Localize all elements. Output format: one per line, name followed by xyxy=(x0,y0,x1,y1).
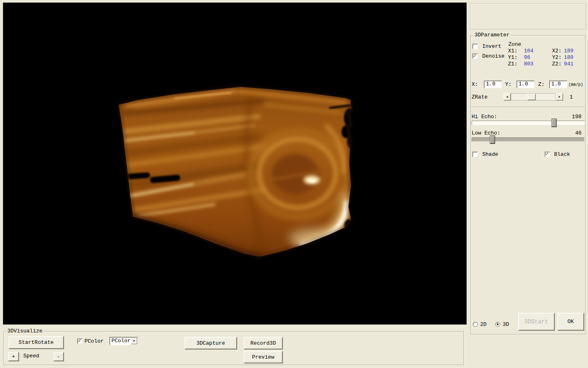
zrate-scrollbar[interactable]: ◄ ► xyxy=(503,93,563,101)
zone-x2-value: 189 xyxy=(564,48,573,54)
panel-separator xyxy=(470,107,586,108)
zone-x1-value: 104 xyxy=(524,48,533,54)
start-3d-button[interactable]: 3DStart xyxy=(518,313,555,330)
check-icon: ✓ xyxy=(546,151,548,157)
zone-title: Zone xyxy=(508,41,521,47)
zone-y2-label: Y2: xyxy=(552,54,561,61)
record-3d-button[interactable]: Record3D xyxy=(244,337,283,349)
voxel-y-label: Y: xyxy=(505,81,512,88)
ultrasound-volume-render[interactable] xyxy=(3,3,466,324)
pcolor-label: PColor xyxy=(85,338,104,344)
check-icon: ✓ xyxy=(78,338,81,344)
voxel-y-input[interactable]: 1.0 xyxy=(517,81,535,88)
pcolor-checkbox[interactable]: ✓ xyxy=(77,339,82,344)
zone-z2-label: Z2: xyxy=(552,61,561,67)
start-rotate-button[interactable]: StartRotate xyxy=(9,336,64,349)
invert-checkbox[interactable]: ✓ xyxy=(472,44,478,49)
zrate-label: ZRate xyxy=(472,94,488,100)
zone-z2-value: 941 xyxy=(564,61,573,67)
top-right-panel xyxy=(470,3,586,29)
mode-3d-radio[interactable] xyxy=(495,322,500,327)
black-checkbox[interactable]: ✓ xyxy=(545,152,550,157)
zone-y1-label: Y1: xyxy=(508,54,517,61)
scroll-right-icon[interactable]: ► xyxy=(556,93,563,101)
capture-3d-button[interactable]: 3DCapture xyxy=(185,337,237,349)
denoise-checkbox[interactable]: ✓ xyxy=(472,54,478,59)
shade-label: Shade xyxy=(482,151,498,157)
denoise-label: Denoise xyxy=(482,53,505,59)
speed-label: Speed xyxy=(23,353,39,359)
mode-2d-label: 2D xyxy=(480,321,487,328)
preview-button[interactable]: Preview xyxy=(244,351,283,363)
hi-echo-value: 198 xyxy=(564,114,581,120)
chevron-down-icon[interactable]: ▼ xyxy=(131,338,137,344)
speed-minus-button[interactable]: - xyxy=(53,352,64,361)
zrate-value: 1 xyxy=(570,94,573,100)
parameter-groupbox: 3DParameter xyxy=(470,35,586,334)
mode-3d-label: 3D xyxy=(503,321,509,328)
mode-2d-radio[interactable] xyxy=(473,322,478,327)
zrate-thumb[interactable] xyxy=(528,94,536,100)
low-echo-slider[interactable] xyxy=(472,137,585,142)
zone-z1-label: Z1: xyxy=(508,61,517,67)
shade-checkbox[interactable]: ✓ xyxy=(472,152,478,157)
voxel-x-label: X: xyxy=(472,81,478,88)
check-icon: ✓ xyxy=(473,53,476,59)
voxel-unit-label: (mm/p) xyxy=(568,82,583,88)
low-echo-value: 46 xyxy=(564,130,581,136)
parameter-group-title: 3DParameter xyxy=(473,32,511,38)
voxel-x-input[interactable]: 1.0 xyxy=(484,81,502,88)
pcolor-dropdown[interactable]: PColor ▼ xyxy=(109,337,138,345)
voxel-z-input[interactable]: 1.0 xyxy=(549,81,567,88)
hi-echo-label: Hi Echo: xyxy=(472,114,497,120)
zone-x1-label: X1: xyxy=(508,48,517,54)
zrate-track[interactable] xyxy=(511,93,556,101)
ok-button[interactable]: OK xyxy=(557,313,584,330)
zone-y1-value: 96 xyxy=(524,54,530,61)
black-label: Black xyxy=(554,151,570,157)
low-echo-thumb[interactable] xyxy=(490,136,494,144)
application-window: 3DParameter ✓ Invert ✓ Denoise Zone X1: … xyxy=(0,0,588,368)
render-viewport[interactable] xyxy=(3,2,467,325)
hi-echo-slider[interactable] xyxy=(472,121,585,125)
zone-x2-label: X2: xyxy=(552,48,561,54)
low-echo-label: Low Echo: xyxy=(472,130,500,136)
voxel-z-label: Z: xyxy=(538,81,545,88)
visualize-group-title: 3DVisualize xyxy=(6,328,44,334)
scroll-left-icon[interactable]: ◄ xyxy=(503,93,511,101)
hi-echo-thumb[interactable] xyxy=(552,119,556,127)
invert-label: Invert xyxy=(482,43,501,49)
pcolor-dropdown-value: PColor xyxy=(111,338,131,344)
zone-z1-value: 803 xyxy=(524,61,533,67)
zone-y2-value: 180 xyxy=(564,54,573,61)
speed-plus-button[interactable]: + xyxy=(8,352,19,361)
